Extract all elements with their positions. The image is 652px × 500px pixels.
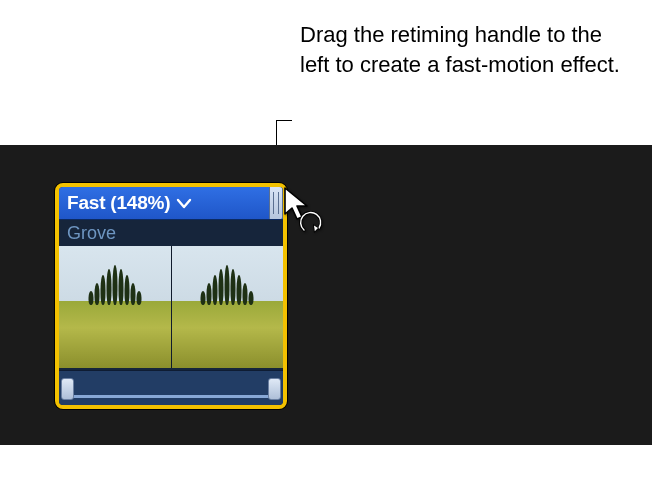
clip-name-row: Grove — [59, 220, 283, 246]
retime-bar[interactable]: Fast (148%) — [59, 187, 283, 220]
timeline-clip[interactable]: Fast (148%) Grove — [55, 183, 287, 409]
callout-text: Drag the retiming handle to the left to … — [300, 20, 620, 80]
retiming-handle[interactable] — [269, 187, 283, 219]
audio-fade-handle-left[interactable] — [61, 378, 74, 400]
clip-audio-lane[interactable] — [59, 370, 283, 405]
clip-filmstrip — [59, 246, 283, 368]
audio-waveform — [65, 395, 277, 398]
clip-name-label: Grove — [67, 223, 116, 244]
filmstrip-frame — [171, 246, 284, 368]
documentation-figure: Drag the retiming handle to the left to … — [0, 0, 652, 500]
filmstrip-frame — [59, 246, 171, 368]
audio-fade-handle-right[interactable] — [268, 378, 281, 400]
chevron-down-icon[interactable] — [176, 195, 192, 211]
retime-speed-label: Fast (148%) — [67, 192, 170, 214]
